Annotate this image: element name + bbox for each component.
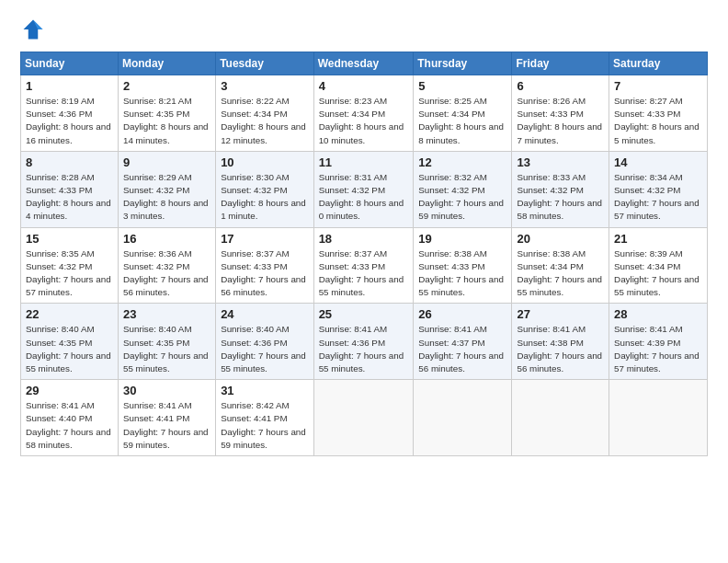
calendar-cell: 14Sunrise: 8:34 AMSunset: 4:32 PMDayligh… bbox=[609, 151, 708, 227]
day-number: 17 bbox=[221, 232, 308, 246]
calendar-cell: 18Sunrise: 8:37 AMSunset: 4:33 PMDayligh… bbox=[313, 227, 414, 304]
day-number: 23 bbox=[123, 307, 210, 321]
day-number: 7 bbox=[614, 79, 702, 93]
day-info: Sunrise: 8:25 AMSunset: 4:34 PMDaylight:… bbox=[418, 95, 506, 147]
day-number: 14 bbox=[614, 155, 702, 169]
calendar-cell: 17Sunrise: 8:37 AMSunset: 4:33 PMDayligh… bbox=[216, 227, 313, 304]
calendar-week-row: 8Sunrise: 8:28 AMSunset: 4:33 PMDaylight… bbox=[21, 151, 708, 227]
calendar-cell: 5Sunrise: 8:25 AMSunset: 4:34 PMDaylight… bbox=[414, 75, 512, 152]
day-number: 24 bbox=[221, 307, 308, 321]
day-number: 25 bbox=[319, 307, 409, 321]
day-number: 9 bbox=[123, 155, 210, 169]
day-number: 15 bbox=[26, 232, 113, 246]
day-info: Sunrise: 8:38 AMSunset: 4:33 PMDaylight:… bbox=[418, 247, 506, 300]
day-info: Sunrise: 8:40 AMSunset: 4:35 PMDaylight:… bbox=[26, 323, 113, 375]
day-number: 5 bbox=[418, 79, 506, 93]
calendar-cell bbox=[313, 380, 414, 456]
calendar-cell: 31Sunrise: 8:42 AMSunset: 4:41 PMDayligh… bbox=[216, 380, 313, 456]
logo-icon bbox=[20, 17, 46, 42]
day-info: Sunrise: 8:36 AMSunset: 4:32 PMDaylight:… bbox=[123, 247, 210, 300]
calendar-header-friday: Friday bbox=[512, 52, 609, 75]
day-info: Sunrise: 8:33 AMSunset: 4:32 PMDaylight:… bbox=[517, 171, 604, 224]
day-number: 18 bbox=[319, 232, 409, 246]
calendar-cell: 22Sunrise: 8:40 AMSunset: 4:35 PMDayligh… bbox=[21, 304, 119, 380]
day-number: 1 bbox=[26, 79, 113, 93]
day-number: 8 bbox=[26, 155, 113, 169]
day-info: Sunrise: 8:26 AMSunset: 4:33 PMDaylight:… bbox=[517, 95, 604, 147]
day-number: 11 bbox=[319, 155, 409, 169]
calendar-header-wednesday: Wednesday bbox=[313, 52, 414, 75]
calendar-cell: 8Sunrise: 8:28 AMSunset: 4:33 PMDaylight… bbox=[21, 151, 119, 227]
day-number: 28 bbox=[614, 307, 702, 321]
day-info: Sunrise: 8:30 AMSunset: 4:32 PMDaylight:… bbox=[221, 171, 308, 224]
page-header bbox=[20, 17, 708, 42]
day-number: 3 bbox=[221, 79, 308, 93]
calendar-week-row: 22Sunrise: 8:40 AMSunset: 4:35 PMDayligh… bbox=[21, 304, 708, 380]
day-info: Sunrise: 8:31 AMSunset: 4:32 PMDaylight:… bbox=[319, 171, 409, 224]
calendar-header-tuesday: Tuesday bbox=[216, 52, 313, 75]
calendar-cell: 7Sunrise: 8:27 AMSunset: 4:33 PMDaylight… bbox=[609, 75, 708, 152]
day-number: 20 bbox=[517, 232, 604, 246]
calendar-cell: 30Sunrise: 8:41 AMSunset: 4:41 PMDayligh… bbox=[118, 380, 215, 456]
calendar-header-thursday: Thursday bbox=[414, 52, 512, 75]
calendar-cell: 24Sunrise: 8:40 AMSunset: 4:36 PMDayligh… bbox=[216, 304, 313, 380]
day-info: Sunrise: 8:32 AMSunset: 4:32 PMDaylight:… bbox=[418, 171, 506, 224]
calendar-cell bbox=[512, 380, 609, 456]
calendar-week-row: 29Sunrise: 8:41 AMSunset: 4:40 PMDayligh… bbox=[21, 380, 708, 456]
calendar-cell: 27Sunrise: 8:41 AMSunset: 4:38 PMDayligh… bbox=[512, 304, 609, 380]
day-info: Sunrise: 8:22 AMSunset: 4:34 PMDaylight:… bbox=[221, 95, 308, 147]
calendar-cell: 3Sunrise: 8:22 AMSunset: 4:34 PMDaylight… bbox=[216, 75, 313, 152]
calendar-header-monday: Monday bbox=[118, 52, 215, 75]
day-number: 27 bbox=[517, 307, 604, 321]
calendar-cell: 12Sunrise: 8:32 AMSunset: 4:32 PMDayligh… bbox=[414, 151, 512, 227]
calendar-header-saturday: Saturday bbox=[609, 52, 708, 75]
calendar-cell: 23Sunrise: 8:40 AMSunset: 4:35 PMDayligh… bbox=[118, 304, 215, 380]
calendar-header-sunday: Sunday bbox=[21, 52, 119, 75]
calendar-table: SundayMondayTuesdayWednesdayThursdayFrid… bbox=[20, 52, 708, 456]
calendar-week-row: 1Sunrise: 8:19 AMSunset: 4:36 PMDaylight… bbox=[21, 75, 708, 152]
day-info: Sunrise: 8:28 AMSunset: 4:33 PMDaylight:… bbox=[26, 171, 113, 224]
day-number: 22 bbox=[26, 307, 113, 321]
day-info: Sunrise: 8:41 AMSunset: 4:39 PMDaylight:… bbox=[614, 323, 702, 375]
day-number: 2 bbox=[123, 79, 210, 93]
day-info: Sunrise: 8:41 AMSunset: 4:38 PMDaylight:… bbox=[517, 323, 604, 375]
day-number: 6 bbox=[517, 79, 604, 93]
day-number: 26 bbox=[418, 307, 506, 321]
day-info: Sunrise: 8:40 AMSunset: 4:36 PMDaylight:… bbox=[221, 323, 308, 375]
calendar-week-row: 15Sunrise: 8:35 AMSunset: 4:32 PMDayligh… bbox=[21, 227, 708, 304]
calendar-cell: 16Sunrise: 8:36 AMSunset: 4:32 PMDayligh… bbox=[118, 227, 215, 304]
day-number: 10 bbox=[221, 155, 308, 169]
day-number: 29 bbox=[26, 384, 113, 397]
day-number: 13 bbox=[517, 155, 604, 169]
calendar-cell bbox=[414, 380, 512, 456]
calendar-cell: 19Sunrise: 8:38 AMSunset: 4:33 PMDayligh… bbox=[414, 227, 512, 304]
day-info: Sunrise: 8:19 AMSunset: 4:36 PMDaylight:… bbox=[26, 95, 113, 147]
calendar-cell: 4Sunrise: 8:23 AMSunset: 4:34 PMDaylight… bbox=[313, 75, 414, 152]
day-info: Sunrise: 8:37 AMSunset: 4:33 PMDaylight:… bbox=[221, 247, 308, 300]
calendar-cell: 20Sunrise: 8:38 AMSunset: 4:34 PMDayligh… bbox=[512, 227, 609, 304]
day-number: 19 bbox=[418, 232, 506, 246]
day-info: Sunrise: 8:39 AMSunset: 4:34 PMDaylight:… bbox=[614, 247, 702, 300]
day-info: Sunrise: 8:41 AMSunset: 4:37 PMDaylight:… bbox=[418, 323, 506, 375]
day-info: Sunrise: 8:27 AMSunset: 4:33 PMDaylight:… bbox=[614, 95, 702, 147]
day-number: 31 bbox=[221, 384, 308, 397]
calendar-cell: 28Sunrise: 8:41 AMSunset: 4:39 PMDayligh… bbox=[609, 304, 708, 380]
calendar-cell: 15Sunrise: 8:35 AMSunset: 4:32 PMDayligh… bbox=[21, 227, 119, 304]
day-info: Sunrise: 8:34 AMSunset: 4:32 PMDaylight:… bbox=[614, 171, 702, 224]
calendar-cell: 13Sunrise: 8:33 AMSunset: 4:32 PMDayligh… bbox=[512, 151, 609, 227]
calendar-cell: 6Sunrise: 8:26 AMSunset: 4:33 PMDaylight… bbox=[512, 75, 609, 152]
calendar-cell: 9Sunrise: 8:29 AMSunset: 4:32 PMDaylight… bbox=[118, 151, 215, 227]
day-info: Sunrise: 8:29 AMSunset: 4:32 PMDaylight:… bbox=[123, 171, 210, 224]
calendar-cell: 21Sunrise: 8:39 AMSunset: 4:34 PMDayligh… bbox=[609, 227, 708, 304]
day-info: Sunrise: 8:41 AMSunset: 4:40 PMDaylight:… bbox=[26, 399, 113, 452]
calendar-cell: 25Sunrise: 8:41 AMSunset: 4:36 PMDayligh… bbox=[313, 304, 414, 380]
calendar-cell: 10Sunrise: 8:30 AMSunset: 4:32 PMDayligh… bbox=[216, 151, 313, 227]
calendar-header-row: SundayMondayTuesdayWednesdayThursdayFrid… bbox=[21, 52, 708, 75]
day-number: 21 bbox=[614, 232, 702, 246]
day-number: 30 bbox=[123, 384, 210, 397]
calendar-cell: 1Sunrise: 8:19 AMSunset: 4:36 PMDaylight… bbox=[21, 75, 119, 152]
calendar-cell: 11Sunrise: 8:31 AMSunset: 4:32 PMDayligh… bbox=[313, 151, 414, 227]
day-info: Sunrise: 8:38 AMSunset: 4:34 PMDaylight:… bbox=[517, 247, 604, 300]
day-info: Sunrise: 8:35 AMSunset: 4:32 PMDaylight:… bbox=[26, 247, 113, 300]
calendar-cell bbox=[609, 380, 708, 456]
